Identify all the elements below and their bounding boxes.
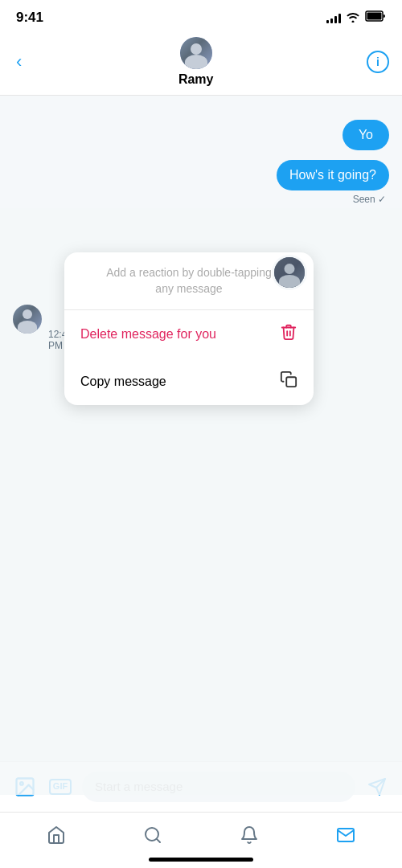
nav-notifications[interactable]	[224, 819, 275, 856]
contact-avatar[interactable]	[180, 37, 212, 69]
seen-status: Seen ✓	[353, 194, 389, 205]
search-icon	[143, 825, 162, 850]
nav-search[interactable]	[127, 819, 178, 856]
trash-icon	[280, 323, 297, 345]
bell-icon	[240, 825, 259, 850]
battery-icon	[365, 10, 386, 25]
message-yo: Yo	[343, 120, 389, 150]
status-time: 9:41	[16, 10, 43, 26]
signal-bars-icon	[326, 12, 341, 23]
delete-message-button[interactable]: Delete message for you	[64, 310, 314, 358]
copy-label: Copy message	[80, 375, 166, 389]
hover-avatar	[272, 255, 307, 290]
chat-area: Yo How's it going? Seen ✓ 12:48 PM Add a…	[0, 96, 402, 795]
bubble-yo[interactable]: Yo	[343, 120, 389, 150]
nav-messages[interactable]	[320, 819, 371, 856]
status-bar: 9:41	[0, 0, 402, 32]
sender-avatar	[13, 305, 42, 334]
home-indicator	[149, 858, 253, 862]
copy-message-button[interactable]: Copy message	[64, 358, 314, 405]
messages-icon	[336, 825, 355, 850]
info-button[interactable]: i	[367, 51, 389, 73]
nav-center: Ramy	[178, 37, 214, 87]
bubble-hows[interactable]: How's it going?	[277, 160, 389, 190]
message-hows: How's it going? Seen ✓	[277, 160, 389, 205]
sent-messages: Yo How's it going? Seen ✓	[277, 120, 389, 205]
svg-line-8	[157, 838, 160, 841]
home-icon	[47, 825, 66, 850]
svg-rect-1	[367, 13, 382, 20]
received-message-group: 12:48 PM	[13, 305, 42, 334]
wifi-icon	[346, 11, 360, 25]
status-icons	[326, 10, 386, 25]
reaction-hint-text: Add a reaction by double-tapping any mes…	[106, 266, 271, 295]
delete-label: Delete message for you	[80, 327, 216, 342]
info-icon: i	[376, 55, 379, 68]
copy-icon	[280, 371, 297, 392]
nav-home[interactable]	[31, 819, 82, 856]
contact-name: Ramy	[178, 72, 214, 87]
svg-rect-2	[286, 377, 296, 387]
bubble-hows-wrap: How's it going?	[277, 160, 389, 190]
back-button[interactable]: ‹	[13, 48, 25, 76]
nav-bar: ‹ Ramy i	[0, 32, 402, 96]
